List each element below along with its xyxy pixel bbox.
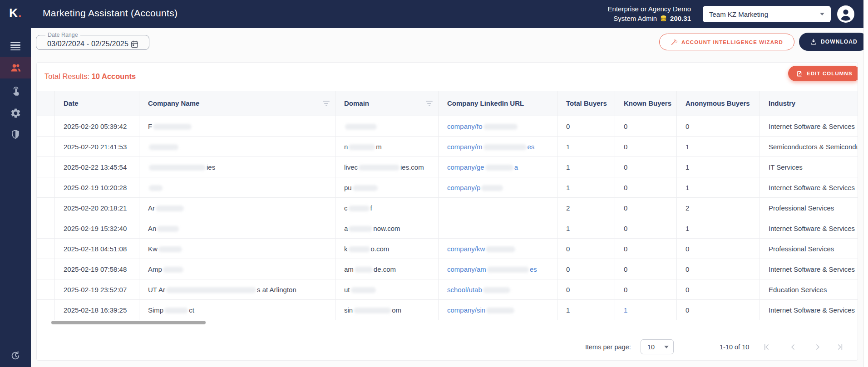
redacted-text [349, 144, 375, 150]
table-row: 2025-02-20 21:41:53nmcompany/mes101Semic… [37, 136, 858, 157]
credits-balance: 200.31 [670, 14, 691, 23]
cell-linkedin-url[interactable]: company/p [439, 177, 557, 197]
refresh-history-icon [10, 350, 21, 361]
app-logo[interactable]: K. [9, 6, 22, 20]
calendar-icon[interactable] [130, 40, 139, 49]
redacted-text [149, 185, 163, 191]
sidebar-item-engagement[interactable] [0, 80, 31, 102]
table-body: 2025-02-20 05:39:42Fcompany/fo000Interne… [37, 116, 858, 320]
redacted-text [349, 206, 370, 211]
cell-company-name: ies [139, 157, 335, 177]
column-header-date: Date [55, 91, 139, 116]
cell-date: 2025-02-18 16:39:25 [55, 300, 139, 320]
cell-select [37, 239, 55, 259]
cell-date: 2025-02-22 13:45:54 [55, 157, 139, 177]
cell-company-name: Amp [139, 259, 335, 279]
pagination-bar: Items per page: 10 1-10 of 10 [37, 325, 858, 361]
sidebar [0, 28, 31, 367]
redacted-text [163, 267, 183, 273]
cell-date: 2025-02-19 23:52:07 [55, 279, 139, 299]
filter-icon[interactable] [424, 99, 434, 108]
sidebar-refresh-button[interactable] [0, 345, 31, 367]
cell-linkedin-url[interactable]: company/fo [439, 116, 557, 136]
cell-industry: Professional Services [760, 198, 858, 218]
cell-linkedin-url[interactable]: company/sin [439, 300, 557, 320]
cell-company-name [139, 137, 335, 157]
cell-anonymous-buyers: 0 [677, 300, 760, 320]
column-header-company: Company Name [139, 91, 335, 116]
cell-total-buyers: 0 [557, 259, 615, 279]
cell-total-buyers: 1 [557, 177, 615, 197]
redacted-text [355, 267, 373, 273]
redacted-text [481, 185, 503, 191]
cell-known-buyers: 0 [615, 177, 677, 197]
column-header-total: Total Buyers [557, 91, 615, 116]
column-header-label: Company Name [148, 99, 199, 107]
cell-linkedin-url[interactable]: company/ames [439, 259, 557, 279]
cell-known-buyers[interactable]: 1 [615, 300, 677, 320]
cell-domain: amde.com [335, 259, 439, 279]
cell-date: 2025-02-20 05:39:42 [55, 116, 139, 136]
last-page-button[interactable] [834, 341, 847, 353]
column-header-label: Industry [769, 99, 795, 107]
cell-date: 2025-02-20 21:41:53 [55, 137, 139, 157]
column-header-domain: Domain [335, 91, 439, 116]
prev-page-button[interactable] [787, 341, 799, 353]
redacted-text [486, 246, 515, 252]
account-info: Enterprise or Agency Demo System Admin 2… [608, 4, 691, 23]
redacted-text [166, 287, 256, 293]
cell-anonymous-buyers: 1 [677, 137, 760, 157]
cell-domain: anow.com [335, 218, 439, 238]
redacted-text [486, 308, 514, 313]
page-scrollbar-track[interactable] [863, 0, 868, 367]
sidebar-item-security[interactable] [0, 123, 31, 145]
user-avatar-icon[interactable] [837, 5, 854, 23]
column-header-label: Company LinkedIn URL [447, 99, 524, 107]
cell-linkedin-url[interactable]: company/gea [439, 157, 557, 177]
touch-engagement-icon [10, 86, 21, 97]
menu-toggle-button[interactable] [0, 35, 31, 57]
horizontal-scrollbar-thumb[interactable] [51, 321, 206, 324]
date-range-field[interactable]: Date Range 03/02/2024 - 02/25/2025 [36, 32, 149, 50]
cell-linkedin-url[interactable]: school/utab [439, 279, 557, 299]
redacted-text [354, 308, 391, 313]
sidebar-item-accounts[interactable] [0, 57, 31, 78]
account-intelligence-wizard-button[interactable]: ACCOUNT INTELLIGENCE WIZARD [659, 34, 794, 50]
team-selector-dropdown[interactable]: Team KZ Marketing [703, 6, 831, 22]
column-header-industry: Industry [760, 91, 858, 116]
cell-select [37, 300, 55, 320]
app-header: K. Marketing Assistant (Accounts) Enterp… [0, 0, 868, 28]
results-header: Total Results: 10 Accounts EDIT COLUMNS [37, 63, 858, 91]
cell-anonymous-buyers: 0 [677, 259, 760, 279]
redacted-text [483, 287, 510, 293]
redacted-text [158, 246, 182, 252]
filter-icon[interactable] [321, 99, 331, 108]
cell-company-name [139, 177, 335, 197]
first-page-button[interactable] [760, 341, 773, 353]
column-header-label: Date [64, 99, 79, 107]
date-range-input[interactable]: 03/02/2024 - 02/25/2025 [47, 40, 130, 48]
logo-k: K [9, 6, 18, 20]
redacted-text [164, 308, 188, 313]
gear-icon [10, 108, 21, 119]
download-button[interactable]: DOWNLOAD [799, 33, 868, 51]
page-size-select[interactable]: 10 [641, 339, 674, 354]
sidebar-item-settings[interactable] [0, 102, 31, 124]
cell-linkedin-url[interactable]: company/kw [439, 239, 557, 259]
edit-columns-button[interactable]: EDIT COLUMNS [788, 66, 858, 81]
table-row: 2025-02-20 20:18:21Arcf202Professional S… [37, 197, 858, 218]
cell-company-name: Ar [139, 198, 335, 218]
total-results-count: 10 Accounts [92, 72, 136, 80]
redacted-text [483, 144, 527, 150]
cell-company-name: An [139, 218, 335, 238]
table-row: 2025-02-19 15:32:40Ananow.com101Internet… [37, 218, 858, 238]
edit-columns-label: EDIT COLUMNS [807, 71, 853, 76]
cell-linkedin-url[interactable]: company/mes [439, 137, 557, 157]
cell-domain [335, 116, 439, 136]
date-range-label: Date Range [45, 32, 80, 38]
page-title: Marketing Assistant (Accounts) [43, 8, 178, 19]
next-page-button[interactable] [811, 341, 824, 353]
cell-industry: Internet Software & Services [760, 259, 858, 279]
cell-date: 2025-02-20 20:18:21 [55, 198, 139, 218]
cell-company-name: UT Ars at Arlington [139, 279, 335, 299]
